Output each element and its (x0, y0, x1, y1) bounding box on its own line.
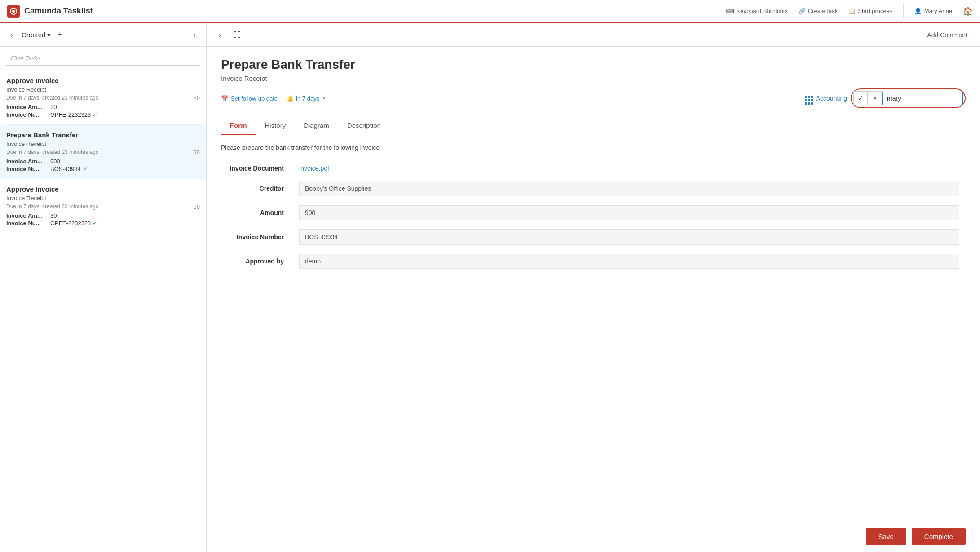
creditor-field: Bobby's Office Supplies (299, 181, 959, 196)
create-task-link[interactable]: 🔗 Create task (799, 8, 838, 14)
field-value: 900 (293, 201, 966, 225)
tab-diagram[interactable]: Diagram (295, 117, 338, 135)
form-footer: Save Complete (207, 521, 980, 552)
field-value: BOS-43934 (293, 225, 966, 249)
tab-description[interactable]: Description (338, 117, 390, 135)
check-icon: ✓ (93, 111, 97, 118)
tab-history[interactable]: History (256, 117, 295, 135)
invoice-document-link[interactable]: invoice.pdf (299, 165, 329, 172)
complete-button[interactable]: Complete (912, 528, 966, 545)
fullscreen-button[interactable]: ⛶ (231, 29, 243, 41)
task-meta: Due in 7 days, created 23 minutes ago 50 (6, 95, 200, 101)
add-comment-container: Add Comment + (927, 31, 973, 39)
search-input[interactable] (6, 51, 200, 66)
main-toolbar: › ⛶ Add Comment + (207, 23, 980, 47)
task-field-row: Invoice Nu... BOS-43934 ✓ (6, 166, 200, 172)
task-field-row: Invoice Am... 30 (6, 212, 200, 219)
plus-icon: + (969, 31, 973, 39)
app-logo: Camunda Tasklist (7, 5, 93, 18)
set-followup-button[interactable]: 📅 Set follow-up date (221, 95, 278, 102)
form-field-row: Creditor Bobby's Office Supplies (221, 176, 966, 201)
add-filter-button[interactable]: + (54, 30, 65, 40)
keyboard-shortcuts-link[interactable]: ⌨ Keyboard Shortcuts (726, 8, 788, 14)
field-value: demo (293, 249, 966, 273)
task-fields: Invoice Am... 30 Invoice Nu... GPFE-2232… (6, 212, 200, 227)
field-label: Amount (221, 201, 293, 225)
task-subtitle: Invoice Receipt (6, 195, 200, 202)
header-divider (903, 4, 904, 18)
task-tabs: Form History Diagram Description (221, 117, 966, 135)
task-title: Approve Invoice (6, 77, 200, 84)
field-label: Approved by (221, 249, 293, 273)
field-value: invoice.pdf (293, 160, 966, 176)
task-field-row: Invoice Am... 30 (6, 104, 200, 110)
task-field-row: Invoice Am... 900 (6, 158, 200, 165)
field-label: Invoice Number (221, 225, 293, 249)
task-item[interactable]: Approve Invoice Invoice Receipt Due in 7… (6, 70, 200, 125)
task-subtitle: Invoice Receipt (6, 140, 200, 147)
approved-by-field: demo (299, 254, 959, 269)
task-meta: Due in 7 days, created 23 minutes ago 50 (6, 203, 200, 210)
amount-field: 900 (299, 205, 959, 220)
svg-point-1 (12, 10, 15, 13)
search-container (0, 47, 206, 70)
tab-form[interactable]: Form (221, 117, 256, 135)
assignee-highlight: ✓ × (851, 88, 966, 108)
task-priority: 50 (194, 203, 200, 210)
form-field-row: Approved by demo (221, 249, 966, 273)
form-field-row: Amount 900 (221, 201, 966, 225)
task-priority: 50 (194, 95, 200, 101)
assignee-input[interactable] (882, 92, 963, 105)
app-title: Camunda Tasklist (24, 6, 93, 16)
field-label: Invoice Document (221, 160, 293, 176)
sidebar-collapse-button[interactable]: ‹ (188, 29, 201, 41)
task-priority: 50 (194, 149, 200, 156)
calendar-icon: 📅 (221, 95, 228, 102)
task-detail: Prepare Bank Transfer Invoice Receipt 📅 … (207, 47, 980, 521)
main-toolbar-left: › ⛶ (214, 29, 243, 41)
task-title: Approve Invoice (6, 185, 200, 193)
main-layout: › Created ▾ + ‹ Approve Invoice Invoice … (0, 23, 980, 552)
task-list: Approve Invoice Invoice Receipt Due in 7… (0, 70, 206, 552)
add-comment-button[interactable]: Add Comment + (927, 31, 973, 39)
document-icon: 📋 (848, 8, 856, 14)
task-item-active[interactable]: Prepare Bank Transfer Invoice Receipt Du… (0, 125, 206, 179)
keyboard-icon: ⌨ (726, 8, 734, 14)
due-date-clear-button[interactable]: × (322, 95, 326, 101)
link-icon: 🔗 (799, 8, 806, 14)
task-meta-bar: 📅 Set follow-up date 🔔 in 7 days × (221, 88, 966, 108)
grid-icon (805, 92, 813, 105)
sidebar-expand-button[interactable]: › (5, 29, 18, 41)
task-fields: Invoice Am... 900 Invoice Nu... BOS-4393… (6, 158, 200, 172)
main-expand-button[interactable]: › (214, 29, 226, 41)
assignee-cancel-button[interactable]: × (868, 91, 882, 105)
header-nav: ⌨ Keyboard Shortcuts 🔗 Create task 📋 Sta… (726, 4, 973, 18)
task-subtitle: Invoice Receipt (6, 86, 200, 93)
user-menu[interactable]: 👤 Mary Anne (914, 8, 952, 14)
task-field-row: Invoice Nu... GPFE-2232323 ✓ (6, 111, 200, 118)
save-button[interactable]: Save (866, 528, 906, 545)
check-icon: ✓ (93, 220, 97, 227)
invoice-number-field: BOS-43934 (299, 229, 959, 245)
home-button[interactable]: 🏠 (963, 6, 973, 16)
start-process-link[interactable]: 📋 Start process (848, 8, 892, 14)
form-fields-table: Invoice Document invoice.pdf Creditor Bo… (221, 160, 966, 273)
field-label: Creditor (221, 176, 293, 201)
app-header: Camunda Tasklist ⌨ Keyboard Shortcuts 🔗 … (0, 0, 980, 23)
task-title: Prepare Bank Transfer (6, 131, 200, 139)
filter-label[interactable]: Created ▾ (22, 31, 51, 39)
field-value: Bobby's Office Supplies (293, 176, 966, 201)
main-content-area: › ⛶ Add Comment + Prepare Bank Transfer … (207, 23, 980, 552)
page-title: Prepare Bank Transfer (221, 57, 966, 72)
assignee-confirm-button[interactable]: ✓ (853, 91, 868, 105)
task-field-row: Invoice Nu... GPFE-2232323 ✓ (6, 220, 200, 227)
due-date: 🔔 in 7 days × (287, 95, 326, 102)
accounting-group: Accounting ✓ × (805, 88, 966, 108)
task-process-name: Invoice Receipt (221, 74, 966, 82)
sidebar-toolbar: › Created ▾ + ‹ (0, 23, 206, 47)
task-item[interactable]: Approve Invoice Invoice Receipt Due in 7… (6, 179, 200, 233)
user-icon: 👤 (914, 8, 922, 14)
accounting-label: Accounting (805, 92, 847, 105)
task-meta: Due in 7 days, created 23 minutes ago 50 (6, 149, 200, 155)
task-fields: Invoice Am... 30 Invoice Nu... GPFE-2232… (6, 104, 200, 118)
